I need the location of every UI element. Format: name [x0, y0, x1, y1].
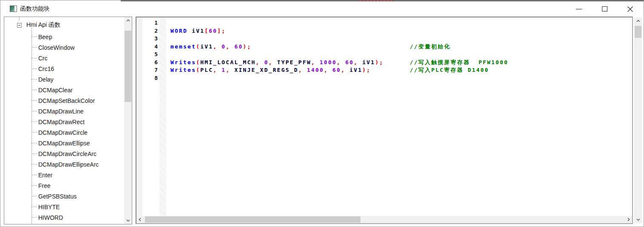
- tree-item-getpsbstatus[interactable]: GetPSBStatus: [4, 191, 124, 201]
- code-line: [170, 51, 630, 59]
- tree-connector: [31, 132, 37, 133]
- minimize-icon: [576, 9, 582, 9]
- scroll-down-icon[interactable]: [634, 216, 642, 223]
- tree-item-label: GetPSBStatus: [38, 193, 77, 200]
- editor-horizontal-scrollbar[interactable]: [136, 216, 632, 223]
- tree-connector: [31, 58, 37, 58]
- vertical-scrollbar-thumb[interactable]: [635, 26, 641, 38]
- maximize-button[interactable]: [592, 1, 617, 17]
- tree-item-label: Crc16: [38, 65, 54, 72]
- tree-connector: [31, 196, 37, 196]
- scroll-down-icon[interactable]: [124, 217, 132, 224]
- code-comment: //变量初始化: [410, 43, 451, 51]
- code-editor-panel: 12345678 WORD iV1[60];memset(iV1, 0, 60)…: [136, 17, 633, 224]
- tree-item-enter[interactable]: Enter: [4, 170, 124, 180]
- function-tree-panel: Hmi Api 函数 BeepCloseWindowCrcCrc16DelayD…: [4, 17, 132, 224]
- tree-connector: [31, 90, 37, 90]
- scroll-left-icon[interactable]: [136, 216, 144, 223]
- tree-connector: [31, 153, 37, 154]
- tree-item-label: Crc: [38, 55, 48, 62]
- sidebar-scrollbar-thumb[interactable]: [125, 31, 131, 102]
- tree-item-crc16[interactable]: Crc16: [4, 63, 124, 74]
- scroll-right-icon[interactable]: [625, 216, 632, 223]
- tree-item-dcmapdrawcirclearc[interactable]: DCMapDrawCircleArc: [4, 148, 124, 159]
- app-icon: [10, 6, 17, 12]
- tree-item-dcmapdrawellipse[interactable]: DCMapDrawEllipse: [4, 138, 124, 148]
- editor-selection-margin: [136, 17, 142, 216]
- tree-item-dcmapclear[interactable]: DCMapClear: [4, 85, 124, 95]
- line-number: 2: [142, 27, 158, 35]
- tree-item-label: DCMapClear: [38, 87, 73, 94]
- tree-connector: [31, 100, 37, 101]
- line-number: 4: [142, 43, 158, 51]
- tree-item-closewindow[interactable]: CloseWindow: [4, 42, 124, 53]
- tree-connector: [31, 217, 37, 218]
- scroll-up-icon[interactable]: [634, 17, 642, 25]
- tree-item-label: DCMapDrawRect: [38, 119, 85, 125]
- line-number: 3: [142, 35, 158, 43]
- tree-item-delay[interactable]: Delay: [4, 74, 124, 85]
- line-number: 8: [142, 74, 158, 82]
- tree-item-label: DCMapDrawEllipseArc: [38, 161, 99, 168]
- tree-root-label: Hmi Api 函数: [26, 21, 60, 29]
- code-line: memset(iV1, 0, 60);//变量初始化: [170, 43, 630, 51]
- tree-item-label: DCMapDrawCircleArc: [38, 150, 96, 157]
- tree-connector: [31, 185, 37, 186]
- tree-connector: [31, 47, 37, 48]
- tree-item-label: DCMapSetBackColor: [38, 97, 95, 104]
- tree-item-dcmapdrawline[interactable]: DCMapDrawLine: [4, 106, 124, 116]
- collapse-icon[interactable]: [17, 23, 22, 28]
- maximize-icon: [602, 6, 607, 11]
- gutter-divider: [159, 17, 166, 216]
- tree-item-label: DCMapDrawCircle: [38, 129, 88, 136]
- window-title: 函数功能块: [20, 5, 50, 13]
- code-line: [170, 74, 630, 82]
- line-number-gutter: 12345678: [142, 19, 158, 82]
- tree-item-hiword[interactable]: HIWORD: [4, 212, 124, 223]
- tree-item-dcmapdrawellipsearc[interactable]: DCMapDrawEllipseArc: [4, 159, 124, 170]
- tree-connector: [31, 207, 37, 207]
- tree-item-label: DCMapDrawLine: [38, 108, 84, 115]
- function-block-window: 函数功能块 Hmi Api 函数 BeepCloseWindowCrcCrc16…: [0, 0, 644, 227]
- code-line: WORD iV1[60];: [170, 27, 630, 35]
- tree-item-label: Enter: [38, 172, 52, 179]
- minimize-button[interactable]: [566, 1, 592, 17]
- close-icon: [627, 6, 633, 12]
- tree-item-label: Beep: [38, 34, 52, 40]
- tree-item-dcmapdrawcircle[interactable]: DCMapDrawCircle: [4, 127, 124, 138]
- tree-item-beep[interactable]: Beep: [4, 31, 124, 42]
- tree-item-label: Delay: [38, 76, 54, 83]
- line-number: 1: [142, 19, 158, 27]
- tree-item-dcmapdrawrect[interactable]: DCMapDrawRect: [4, 116, 124, 127]
- app-icon-pane: [10, 6, 14, 11]
- tree-item-leave[interactable]: Leave: [4, 223, 124, 224]
- tree-item-label: Free: [38, 182, 51, 189]
- code-comment: //写入触摸屏寄存器 PFW1000: [410, 59, 508, 67]
- code-line: [170, 19, 630, 27]
- tree-item-label: HIWORD: [38, 214, 63, 221]
- tree-item-hibyte[interactable]: HIBYTE: [4, 201, 124, 212]
- tree-root-hmi-api[interactable]: Hmi Api 函数: [4, 19, 124, 31]
- tree-connector: [31, 68, 37, 69]
- tree-item-label: HIBYTE: [38, 204, 60, 210]
- scroll-up-icon[interactable]: [124, 17, 132, 24]
- window-controls: [566, 1, 644, 17]
- tree-connector: [31, 175, 37, 175]
- sidebar-scrollbar[interactable]: [124, 17, 132, 224]
- tree-item-free[interactable]: Free: [4, 180, 124, 191]
- tree-item-dcmapsetbackcolor[interactable]: DCMapSetBackColor: [4, 95, 124, 106]
- line-number: 5: [142, 51, 158, 59]
- code-area[interactable]: WORD iV1[60];memset(iV1, 0, 60);//变量初始化W…: [170, 19, 630, 82]
- tree-connector: [31, 122, 37, 122]
- horizontal-scrollbar-thumb[interactable]: [145, 216, 360, 223]
- close-button[interactable]: [617, 1, 643, 17]
- code-line: [170, 35, 630, 43]
- code-comment: //写入PLC寄存器 D1400: [410, 66, 489, 74]
- tree-connector: [31, 37, 37, 37]
- function-tree: Hmi Api 函数 BeepCloseWindowCrcCrc16DelayD…: [4, 17, 124, 224]
- tree-item-crc[interactable]: Crc: [4, 53, 124, 63]
- tree-item-label: CloseWindow: [38, 44, 75, 51]
- titlebar: 函数功能块: [0, 1, 644, 17]
- editor-vertical-scrollbar[interactable]: [634, 17, 642, 223]
- tree-item-label: DCMapDrawEllipse: [38, 140, 90, 147]
